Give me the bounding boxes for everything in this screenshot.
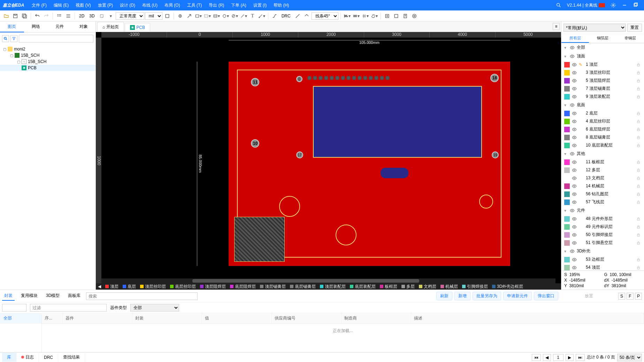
layer-row[interactable]: 8 底层锡膏层 — [561, 133, 644, 141]
layerbar-item[interactable]: 文档层 — [417, 283, 438, 290]
col-mfg[interactable]: 制造商 — [342, 313, 411, 323]
visibility-icon[interactable] — [572, 192, 577, 197]
visibility-icon[interactable] — [572, 94, 577, 99]
libnav-all[interactable]: 全部 — [0, 313, 41, 324]
visibility-icon[interactable] — [572, 86, 577, 91]
layerbar-item[interactable]: 底层丝印层 — [168, 283, 198, 290]
rotate-icon[interactable]: ▾ — [370, 12, 378, 20]
add-button[interactable]: 新增 — [454, 292, 470, 300]
lock-icon[interactable] — [636, 95, 641, 99]
statustab-log[interactable]: 日志 — [16, 353, 39, 362]
layer-color-swatch[interactable] — [564, 257, 570, 262]
circle-icon[interactable]: ▾ — [221, 12, 230, 20]
lock-icon[interactable] — [636, 135, 641, 140]
chevron-down-icon[interactable]: ▾ — [107, 12, 115, 20]
view-p-button[interactable]: P — [635, 293, 642, 300]
pcb-canvas[interactable]: -1000010002000300040005000 100050001000 … — [96, 32, 561, 290]
tab-nets[interactable]: 网络 — [24, 22, 48, 32]
tree-search-input[interactable] — [19, 35, 93, 42]
lock-icon[interactable] — [636, 63, 641, 67]
export2-icon[interactable] — [392, 12, 400, 20]
layerbar-item[interactable]: 底层 — [121, 283, 138, 290]
page-first-icon[interactable]: ⏮ — [532, 354, 541, 361]
layerbar-item[interactable]: 底层装配层 — [348, 283, 378, 290]
lock-icon[interactable] — [636, 111, 641, 116]
export1-icon[interactable] — [383, 12, 391, 20]
layertab-all[interactable]: 所有层 — [561, 34, 589, 43]
lock-icon[interactable] — [636, 87, 641, 91]
layer-row[interactable]: 14 机械层 — [561, 182, 644, 190]
dimension-icon[interactable]: ▾ — [258, 12, 266, 20]
layer-row[interactable]: 9 顶层装配层 — [561, 93, 644, 101]
brightness-select[interactable]: 正常亮度 — [116, 12, 144, 20]
lock-icon[interactable] — [636, 233, 641, 237]
visibility-icon[interactable] — [570, 45, 575, 50]
layer-row[interactable]: 49 元件标识层 — [561, 223, 644, 231]
tab-startpage[interactable]: ⌂开始页 — [97, 22, 124, 32]
layerbar-item[interactable]: 3D外壳边框层 — [490, 283, 525, 290]
tab-pages[interactable]: 图页 — [0, 22, 24, 32]
reset-layers-button[interactable]: 重置 — [627, 24, 642, 32]
layerbar-item[interactable]: 引脚焊接层 — [460, 283, 490, 290]
menu-layout[interactable]: 布局 (O) — [161, 2, 184, 8]
via-icon[interactable] — [176, 12, 184, 20]
layer-row[interactable]: 51 引脚悬空层 — [561, 239, 644, 247]
visibility-icon[interactable] — [572, 135, 577, 140]
layer-group[interactable]: ▾顶面 — [561, 52, 644, 61]
search-icon[interactable] — [553, 2, 564, 8]
layertab-copper[interactable]: 铜箔层 — [589, 34, 616, 43]
bom-icon[interactable] — [401, 12, 409, 20]
dashed-rect-icon[interactable]: ▾ — [203, 12, 212, 20]
visibility-icon[interactable] — [570, 103, 575, 108]
layerbar-item[interactable]: 顶层装配层 — [318, 283, 348, 290]
lock-icon[interactable] — [636, 143, 641, 148]
lock-icon[interactable] — [636, 184, 641, 188]
layer-row[interactable]: 4 底层丝印层 — [561, 117, 644, 125]
save-all-icon[interactable] — [20, 12, 29, 20]
lock-icon[interactable] — [636, 192, 641, 196]
menu-place[interactable]: 放置 (P) — [94, 2, 116, 8]
lock-icon[interactable] — [636, 258, 641, 262]
layerbar-item[interactable]: 顶层 — [103, 283, 121, 290]
layer-icon[interactable] — [163, 12, 171, 20]
tree-project[interactable]: ▢moni2 — [0, 46, 95, 52]
visibility-icon[interactable] — [572, 160, 577, 165]
layer-color-swatch[interactable] — [564, 78, 570, 84]
visibility-icon[interactable] — [570, 54, 575, 59]
layer-row[interactable]: 12 多层 — [561, 166, 644, 174]
visibility-icon[interactable] — [572, 184, 577, 189]
layer-row[interactable]: 10 底层装配层 — [561, 141, 644, 149]
layerbar-item[interactable]: 顶层丝印层 — [138, 283, 168, 290]
lock-icon[interactable] — [636, 127, 641, 132]
layer-color-swatch[interactable] — [564, 143, 570, 148]
board-outline-icon[interactable]: ▾ — [212, 12, 221, 20]
view-3d[interactable]: 3D — [87, 14, 97, 18]
menu-design[interactable]: 设计 (D) — [116, 2, 139, 8]
visibility-icon[interactable] — [572, 225, 577, 229]
layer-row[interactable]: 2 底层 — [561, 109, 644, 117]
layer-preset-select[interactable]: *常用(默认) — [564, 24, 626, 32]
unit-select[interactable]: mil — [145, 12, 162, 20]
layer-color-swatch[interactable] — [564, 224, 570, 230]
layer-color-swatch[interactable] — [564, 62, 570, 68]
menu-edit[interactable]: 编辑 (E) — [50, 2, 72, 8]
layer-color-swatch[interactable] — [564, 240, 570, 246]
lock-icon[interactable] — [636, 160, 641, 164]
lock-icon[interactable] — [636, 168, 641, 172]
col-device[interactable]: 器件 — [63, 313, 132, 323]
redo-icon[interactable] — [42, 12, 51, 20]
visibility-icon[interactable] — [572, 62, 577, 67]
page-size-select[interactable]: 50 条/页 — [617, 354, 642, 361]
angle-select[interactable]: 线条45° — [312, 12, 338, 20]
layer-row[interactable]: 54 顶层 — [561, 263, 644, 270]
request-part-button[interactable]: 申请新元件 — [503, 292, 532, 300]
trace-icon[interactable] — [302, 12, 311, 20]
menu-order[interactable]: 下单 (A) — [228, 2, 250, 8]
menu-tools[interactable]: 工具 (T) — [184, 2, 206, 8]
layer-color-swatch[interactable] — [564, 119, 570, 124]
visibility-icon[interactable] — [572, 78, 577, 83]
lock-icon[interactable] — [636, 217, 641, 221]
rect-icon[interactable]: ▾ — [194, 12, 202, 20]
layerbar-prev-icon[interactable]: ◀ — [96, 283, 103, 290]
page-next-icon[interactable]: ▶ — [566, 354, 574, 361]
